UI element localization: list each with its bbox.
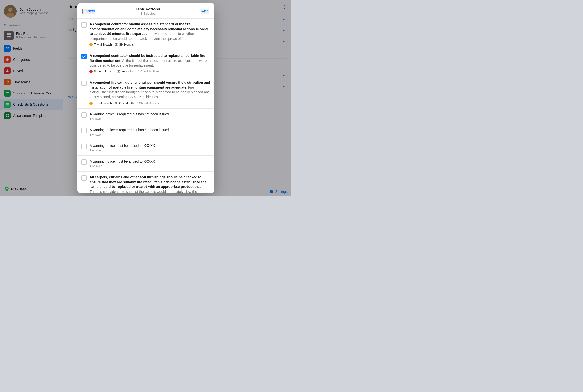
action-tags-3: Trivial Breach One Month 2 Checklist Ite… — [90, 102, 210, 105]
action-item-5: A warning notice is required but has not… — [78, 124, 214, 140]
checkbox-6[interactable] — [81, 144, 87, 149]
action-text-7: A warning notice must be affixed to XXXX… — [90, 159, 210, 164]
modal-title: Link Actions — [136, 7, 160, 12]
action-item-3: A competent fire extinguisher engineer s… — [78, 77, 214, 108]
checklist-count-2: 1 Checklist Item — [138, 70, 159, 73]
action-item-2: A competent contractor should be instruc… — [78, 50, 214, 77]
action-text-1: A competent contractor should assess the… — [90, 22, 210, 41]
action-sub-6: 1 Answer — [90, 149, 210, 152]
checkbox-4[interactable] — [81, 112, 87, 118]
action-item-8: All carpets, curtains and other soft fur… — [78, 172, 214, 193]
action-text-8: All carpets, curtains and other soft fur… — [90, 175, 210, 193]
checkbox-5[interactable] — [81, 128, 87, 133]
action-text-5: A warning notice is required but has not… — [90, 128, 210, 132]
checkbox-7[interactable] — [81, 160, 87, 165]
timescale-label-2: Immediate — [121, 70, 135, 73]
severity-diamond-icon-2 — [89, 70, 93, 74]
severity-tag-3: Trivial Breach — [90, 102, 112, 105]
action-item-7: A warning notice must be affixed to XXXX… — [78, 156, 214, 172]
action-text-4: A warning notice is required but has not… — [90, 112, 210, 117]
severity-label-2: Serious Breach — [94, 70, 114, 73]
link-actions-modal: Cancel Link Actions 1 Selected Add A com… — [78, 3, 214, 193]
modal-overlay: Cancel Link Actions 1 Selected Add A com… — [0, 0, 292, 196]
action-sub-7: 1 Answer — [90, 164, 210, 168]
hourglass-icon-3 — [115, 102, 118, 105]
action-text-3: A competent fire extinguisher engineer s… — [90, 80, 210, 99]
action-item-1: A competent contractor should assess the… — [78, 18, 214, 50]
severity-tag-1: Trivial Breach — [90, 43, 112, 46]
checklist-count-3: 2 Checklist Items — [136, 102, 159, 105]
hourglass-icon-1 — [115, 43, 118, 46]
action-sub-4: 1 Answer — [90, 117, 210, 120]
cancel-button[interactable]: Cancel — [82, 8, 96, 14]
severity-diamond-icon-1 — [89, 43, 93, 47]
checkbox-2[interactable] — [81, 54, 87, 59]
action-tags-2: Serious Breach Immediate 1 Checklist Ite… — [90, 70, 210, 73]
severity-tag-2: Serious Breach — [90, 70, 114, 73]
action-sub-5: 1 Answer — [90, 133, 210, 136]
checkbox-3[interactable] — [81, 80, 87, 86]
modal-header: Cancel Link Actions 1 Selected Add — [78, 3, 214, 18]
severity-label-1: Trivial Breach — [94, 43, 112, 46]
add-button[interactable]: Add — [201, 8, 209, 14]
severity-diamond-icon-3 — [89, 101, 93, 105]
action-item-4: A warning notice is required but has not… — [78, 108, 214, 124]
action-text-6: A warning notice must be affixed to XXXX… — [90, 144, 210, 148]
checkbox-8[interactable] — [81, 175, 87, 180]
severity-label-3: Trivial Breach — [94, 102, 112, 105]
hourglass-icon-2 — [117, 70, 120, 73]
timescale-tag-3: One Month — [115, 102, 134, 105]
timescale-tag-1: Six Months — [115, 43, 134, 46]
action-text-2: A competent contractor should be instruc… — [90, 54, 210, 68]
timescale-tag-2: Immediate — [117, 70, 135, 73]
action-item-6: A warning notice must be affixed to XXXX… — [78, 140, 214, 156]
checkbox-1[interactable] — [81, 22, 87, 28]
modal-body: A competent contractor should assess the… — [78, 18, 214, 193]
action-tags-1: Trivial Breach Six Months — [90, 43, 210, 46]
modal-subtitle: 1 Selected — [136, 12, 160, 16]
timescale-label-3: One Month — [119, 102, 134, 105]
timescale-label-1: Six Months — [119, 43, 134, 46]
